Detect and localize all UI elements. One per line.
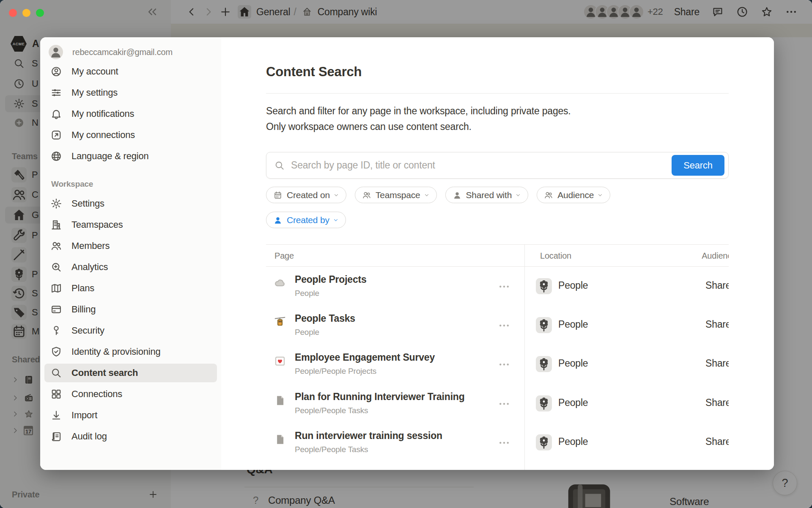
table-row[interactable]: People Tasks People People Shared — [266, 306, 729, 345]
window-controls — [9, 9, 44, 17]
menu-item-teamspaces[interactable]: Teamspaces — [40, 214, 221, 235]
active-filter-row: Created by — [266, 212, 346, 228]
user-avatar — [49, 45, 63, 59]
building-icon — [50, 219, 62, 231]
search-icon — [274, 160, 285, 171]
menu-item-audit-log[interactable]: Audit log — [40, 426, 221, 447]
menu-item-members[interactable]: Members — [40, 235, 221, 257]
table-row[interactable]: Plan for Running Interviewer Training Pe… — [266, 384, 729, 423]
zoom-window-button[interactable] — [36, 9, 44, 17]
menu-item-import[interactable]: Import — [40, 405, 221, 426]
people-icon — [362, 190, 371, 200]
page-icon — [274, 394, 286, 407]
filter-created-by[interactable]: Created by — [266, 212, 346, 228]
menu-item-billing[interactable]: Billing — [40, 299, 221, 320]
people-icon — [50, 240, 62, 252]
row-menu-icon[interactable] — [498, 358, 510, 371]
search-button[interactable]: Search — [672, 155, 724, 176]
people-icon — [544, 190, 553, 200]
account-email: rebeccamcakir@gmail.com — [72, 47, 173, 57]
love-letter-icon — [274, 355, 286, 367]
menu-item-analytics[interactable]: Analytics — [40, 257, 221, 278]
filter-teamspace[interactable]: Teamspace — [355, 187, 437, 203]
chevron-down-icon — [333, 192, 339, 198]
menu-item-my-account[interactable]: My account — [40, 61, 221, 82]
menu-item-my-notifications[interactable]: My notifications — [40, 103, 221, 124]
teamspace-flower-icon — [536, 434, 552, 450]
menu-item-plans[interactable]: Plans — [40, 278, 221, 299]
person-circle-icon — [50, 66, 62, 77]
menu-item-my-connections[interactable]: My connections — [40, 124, 221, 146]
chevron-down-icon — [515, 192, 521, 198]
menu-item-identity-provisioning[interactable]: Identity & provisioning — [40, 341, 221, 362]
page-title: Content Search — [266, 64, 362, 80]
chevron-down-icon — [333, 217, 339, 223]
account-header: rebeccamcakir@gmail.com — [40, 43, 221, 61]
grid-icon — [50, 388, 62, 400]
divider — [266, 93, 729, 94]
filter-created-on[interactable]: Created on — [266, 187, 346, 203]
magnifier-plus-icon — [50, 261, 62, 273]
content-search-bar[interactable]: Search by page ID, title or content Sear… — [266, 152, 729, 179]
menu-item-content-search[interactable]: Content search — [40, 362, 221, 384]
row-menu-icon[interactable] — [498, 280, 510, 293]
teamspace-flower-icon — [536, 395, 552, 411]
chevron-down-icon — [597, 192, 603, 198]
table-row[interactable]: Run interviewer training session People/… — [266, 423, 729, 462]
teamspace-flower-icon — [536, 317, 552, 333]
menu-item-security[interactable]: Security — [40, 320, 221, 341]
settings-menu: rebeccamcakir@gmail.com My account My se… — [40, 37, 221, 470]
row-menu-icon[interactable] — [498, 319, 510, 332]
gear-icon — [50, 198, 62, 210]
cloud-icon — [274, 277, 286, 290]
workspace-section-header: Workspace — [51, 179, 221, 189]
download-icon — [50, 409, 62, 421]
page-description: Search and filter for any page in the wo… — [266, 103, 664, 135]
menu-item-language-region[interactable]: Language & region — [40, 146, 221, 167]
teamspace-flower-icon — [536, 356, 552, 372]
column-header-location[interactable]: Location — [540, 251, 571, 260]
content-search-panel: Content Search Search and filter for any… — [221, 37, 774, 470]
sliders-icon — [50, 87, 62, 99]
filter-chips-row: Created on Teamspace Shared with Audienc… — [266, 187, 610, 203]
credit-card-icon — [50, 304, 62, 315]
teamspace-flower-icon — [536, 278, 552, 294]
app-window: ACME A S U S N Teams P C — [0, 0, 812, 508]
close-window-button[interactable] — [9, 9, 17, 17]
table-row[interactable]: Employee Engagement Survey People/People… — [266, 345, 729, 384]
page-icon — [274, 433, 286, 446]
column-header-audience[interactable]: Audience — [702, 251, 729, 260]
key-icon — [50, 325, 62, 337]
table-row[interactable]: People Projects People People Shared — [266, 267, 729, 306]
filter-shared-with[interactable]: Shared with — [445, 187, 529, 203]
person-icon — [273, 215, 283, 225]
menu-item-my-settings[interactable]: My settings — [40, 82, 221, 103]
map-icon — [50, 282, 62, 294]
table-header: Page Location Audience — [266, 244, 729, 267]
scroll-icon — [50, 431, 62, 442]
search-input[interactable]: Search by page ID, title or content — [291, 160, 672, 171]
column-header-page[interactable]: Page — [274, 251, 294, 260]
menu-item-settings[interactable]: Settings — [40, 193, 221, 214]
search-icon — [50, 367, 62, 379]
bell-icon — [50, 108, 62, 120]
cable-car-icon — [274, 316, 286, 329]
filter-audience[interactable]: Audience — [537, 187, 610, 203]
row-menu-icon[interactable] — [498, 398, 510, 410]
chevron-down-icon — [424, 192, 430, 198]
settings-modal: rebeccamcakir@gmail.com My account My se… — [40, 37, 774, 470]
minimize-window-button[interactable] — [22, 9, 30, 17]
person-icon — [453, 190, 462, 200]
results-table: Page Location Audience People Projects P… — [266, 240, 729, 470]
menu-item-connections[interactable]: Connections — [40, 384, 221, 405]
link-out-icon — [50, 129, 62, 141]
row-menu-icon[interactable] — [498, 436, 510, 449]
globe-icon — [50, 150, 62, 162]
calendar-icon — [273, 190, 283, 200]
shield-check-icon — [50, 346, 62, 358]
